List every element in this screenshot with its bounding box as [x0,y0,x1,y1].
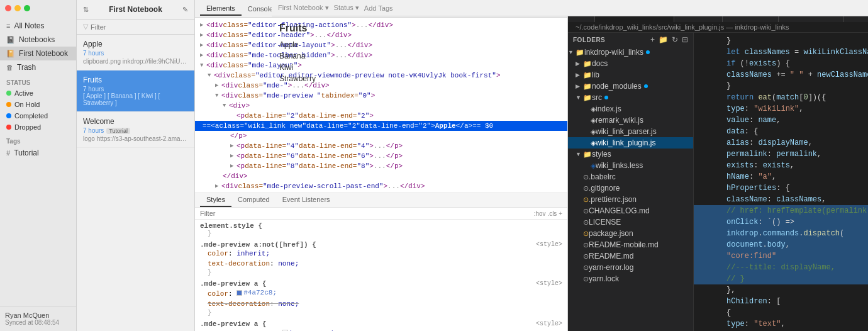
sidebar-item-active[interactable]: Active [0,87,76,99]
styles-tab-computed[interactable]: Computed [231,193,276,207]
note-item-fruits[interactable]: Fruits 7 hours [ Apple ] [ Banana ] [ Ki… [77,70,194,112]
sidebar-item-all-notes[interactable]: ≡ All Notes [0,19,76,33]
completed-dot [6,113,11,118]
file-label: CHANGELOG.md [589,206,650,215]
note-time: 7 hours Tutorial [83,127,188,134]
ft-item-package-json[interactable]: ⊙ package.json [568,228,693,239]
file-label: .prettierrc.json [589,195,637,204]
css-rule-preview-a-not: .mde-preview a:not([href]) { <style> col… [200,241,562,276]
add-tags-button[interactable]: Add Tags [364,4,393,12]
sidebar-item-on-hold[interactable]: On Hold [0,99,76,110]
status-label: Active [14,89,33,97]
html-line[interactable]: ▼ <div class="mde-preview " tabindex="0"… [195,91,567,101]
html-line[interactable]: ▶ <p data-line="6" data-line-end="6">...… [195,151,567,161]
css-rule-preview-a-color: .mde-preview a { <style> color: #4a72c8;… [200,280,562,317]
active-dot [6,91,11,96]
styles-tab-bar: Styles Computed Event Listeners [195,193,567,208]
html-line[interactable]: </div> [195,171,567,181]
modified-dot [604,96,608,99]
html-line[interactable]: ▶ <p data-line="4" data-line-end="4">...… [195,141,567,151]
sidebar-item-first-notebook[interactable]: 📔 First Notebook [0,47,76,60]
ft-item-prettierrc[interactable]: ⊙ .prettierrc.json [568,194,693,205]
code-line-highlighted: // href: hrefTemplate(permalink), [694,205,868,216]
file-label: README-mobile.md [589,240,659,249]
ft-item-babelrc[interactable]: ⊙ .babelrc [568,171,693,182]
ft-item-remark-wiki[interactable]: ◈ remark_wiki.js [568,115,693,126]
styles-filter: :hov .cls + [195,208,567,220]
ft-item-wiki-links-less[interactable]: ◈ wiki_links.less [568,160,693,171]
note-item-apple[interactable]: Apple 7 hours clipboard.png inkdrop://fi… [77,35,194,70]
styles-tab-styles[interactable]: Styles [200,193,231,207]
sidebar-item-trash[interactable]: 🗑 Trash [0,60,76,74]
tags-section-label: Tags [0,133,76,146]
tag-icon: # [6,149,10,157]
file-label: yarn-error.log [589,263,633,272]
status-dropdown[interactable]: Status ▾ [334,4,359,12]
sort-icon[interactable]: ⇅ [83,6,89,14]
ft-item-license[interactable]: ⊙ LICENSE [568,216,693,228]
styles-content: element.style { } .mde-preview a:not([hr… [195,220,567,331]
note-item-welcome[interactable]: Welcome 7 hours Tutorial logo https://s3… [77,112,194,148]
content-item: Kiwi [279,62,868,73]
ft-item-yarn-lock[interactable]: ⊙ yarn.lock [568,273,693,284]
html-line[interactable]: ▼ <div> [195,101,567,111]
file-label: package.json [589,229,633,238]
file-label: wiki_link_plugin.js [596,138,655,147]
note-tags: [ Apple ] [ Banana ] [ Kiwi ] [ Strawber… [83,93,188,106]
ft-item-wiki-link-plugin[interactable]: ◈ wiki_link_plugin.js [568,137,693,149]
notebook-title: First Notebook [92,5,179,14]
code-line: }, [694,284,868,296]
file-label: .gitignore [589,184,620,193]
note-title: Welcome [83,117,188,126]
ft-item-changelog[interactable]: ⊙ CHANGELOG.md [568,205,693,216]
filter-input[interactable] [91,23,188,31]
sidebar-menu: ≡ All Notes 📓 Notebooks 📔 First Notebook… [0,16,76,306]
sidebar-item-label: Trash [17,63,36,72]
code-line: hName: "a", [694,171,868,182]
note-preview: logo https://s3-ap-southeast-2.amazonaws… [83,135,188,142]
sidebar-item-tutorial[interactable]: # Tutorial [0,146,76,160]
sidebar-item-label: Notebooks [19,35,55,44]
content-item: Banana [279,50,868,62]
ft-item-readme-mobile[interactable]: ⊙ README-mobile.md [568,239,693,250]
styles-panel: Styles Computed Event Listeners :hov .cl… [195,193,567,331]
sidebar-item-completed[interactable]: Completed [0,110,76,121]
close-button[interactable] [5,5,11,11]
file-label: .babelrc [589,172,616,181]
compose-icon[interactable]: ✎ [182,6,188,14]
ft-item-src[interactable]: ▼ 📁 src [568,92,693,103]
ft-item-yarn-error[interactable]: ⊙ yarn-error.log [568,262,693,273]
ft-item-gitignore[interactable]: ⊙ .gitignore [568,182,693,194]
code-line-highlighted: //---title: displayName, [694,262,868,273]
maximize-button[interactable] [24,5,30,11]
code-line: type: "wikiLink", [694,103,868,115]
code-line: data: { [694,126,868,137]
code-line: className: classNames, [694,194,868,205]
sidebar-item-notebooks[interactable]: 📓 Notebooks [0,33,76,47]
note-icon: ≡ [6,22,10,30]
html-line-selected[interactable]: == <a class="wiki_link new" data-line="2… [195,121,567,131]
html-line[interactable]: </p> [195,131,567,141]
note-title: Fruits [83,76,188,84]
breadcrumb[interactable]: First Notebook ▾ [278,4,329,12]
ft-item-index-js[interactable]: ◈ index.js [568,103,693,115]
ft-item-readme[interactable]: ⊙ README.md [568,250,693,262]
content-item: Apple [279,39,868,50]
trash-icon: 🗑 [6,64,13,71]
html-line[interactable]: ▶ <p data-line="8" data-line-end="8">...… [195,161,567,171]
code-line-highlighted: inkdrop.commands.dispatch( [694,228,868,239]
ft-item-styles[interactable]: ▼ 📁 styles [568,149,693,160]
folder-label: styles [592,150,611,159]
file-label: README.md [589,252,633,261]
sidebar-bottom: Ryan McQuen Synced at 08:48:54 [0,306,76,331]
ft-item-wiki-link-parser[interactable]: ◈ wiki_link_parser.js [568,126,693,137]
styles-tab-event-listeners[interactable]: Event Listeners [276,193,337,207]
minimize-button[interactable] [14,5,21,11]
html-line[interactable]: <p data-line="2" data-line-end="2"> [195,111,567,121]
tab-elements[interactable]: Elements [200,2,242,16]
code-line: type: "text", [694,318,868,330]
js-icon: ◈ [591,139,596,147]
styles-filter-input[interactable] [200,210,531,217]
sidebar-item-dropped[interactable]: Dropped [0,121,76,133]
html-line[interactable]: ▶ <div class="mde-preview-scroll-past-en… [195,181,567,191]
